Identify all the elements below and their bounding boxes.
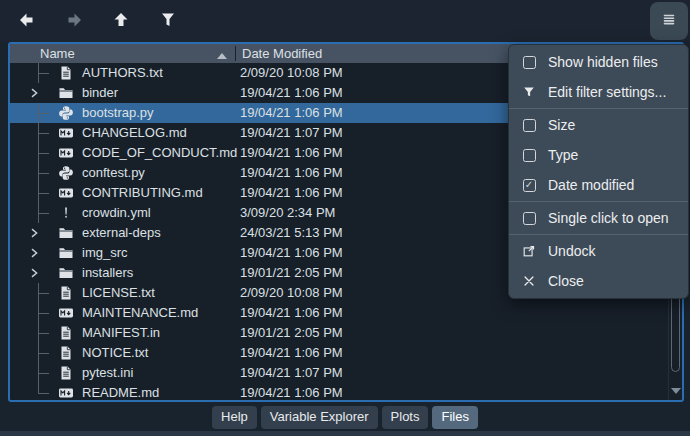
tree-branch-line (10, 183, 50, 203)
file-row[interactable]: README.md19/04/21 1:06 PM (10, 383, 682, 402)
filter-icon (522, 85, 536, 99)
file-row[interactable]: MANIFEST.in19/01/21 2:05 PM (10, 323, 682, 343)
bottom-strip (0, 431, 690, 436)
tree-branch-line (10, 303, 50, 323)
menu-item-size[interactable]: Size (509, 110, 688, 140)
pane-tabbar: HelpVariable ExplorerPlotsFiles (0, 404, 690, 431)
undock-icon (522, 244, 536, 258)
up-arrow-icon (111, 10, 131, 33)
menu-item-undock[interactable]: Undock (509, 236, 688, 266)
back-arrow-icon (17, 10, 37, 33)
expand-chevron-icon[interactable] (26, 245, 42, 261)
hamburger-icon (659, 10, 679, 33)
forward-button[interactable] (61, 8, 87, 34)
menu-item-label: Single click to open (548, 210, 669, 226)
file-date-modified: 19/01/21 2:05 PM (240, 263, 343, 283)
tab-plots[interactable]: Plots (382, 406, 429, 429)
tree-branch-line (10, 143, 50, 163)
menu-item-label: Date modified (548, 177, 634, 193)
file-name: AUTHORS.txt (82, 63, 163, 83)
text-icon (58, 285, 74, 301)
tree-branch-line (10, 163, 50, 183)
options-menu-button[interactable] (650, 2, 688, 40)
file-name: CONTRIBUTING.md (82, 183, 203, 203)
filter-icon (158, 10, 178, 33)
unchecked-checkbox[interactable] (522, 118, 536, 132)
folder-icon (58, 225, 74, 241)
checkbox-box (523, 212, 536, 225)
menu-item-label: Edit filter settings... (548, 84, 666, 100)
file-name: conftest.py (82, 163, 145, 183)
menu-item-show-hidden-files[interactable]: Show hidden files (509, 47, 688, 77)
scrollbar-down-arrow[interactable] (671, 388, 681, 394)
tree-branch-line (10, 343, 50, 363)
menu-item-label: Show hidden files (548, 54, 658, 70)
tree-branch-line (10, 203, 50, 223)
file-name: bootstrap.py (82, 103, 154, 123)
tree-branch-line (10, 283, 50, 303)
tab-variable-explorer[interactable]: Variable Explorer (261, 406, 378, 429)
date-column-label: Date Modified (242, 46, 322, 61)
forward-arrow-icon (64, 10, 84, 33)
file-name: NOTICE.txt (82, 343, 148, 363)
file-date-modified: 19/01/21 2:05 PM (240, 323, 343, 343)
expand-chevron-icon[interactable] (26, 85, 42, 101)
file-name: MAINTENANCE.md (82, 303, 198, 323)
file-date-modified: 19/04/21 1:06 PM (240, 303, 343, 323)
menu-item-type[interactable]: Type (509, 140, 688, 170)
file-date-modified: 19/04/21 1:06 PM (240, 143, 343, 163)
file-name: pytest.ini (82, 363, 133, 383)
menu-separator (509, 108, 688, 109)
filter-button[interactable] (155, 8, 181, 34)
back-button[interactable] (14, 8, 40, 34)
close-icon (522, 274, 536, 288)
menu-item-date-modified[interactable]: ✓Date modified (509, 170, 688, 200)
tree-branch-line (10, 103, 50, 123)
file-name: installers (82, 263, 133, 283)
text-icon (58, 365, 74, 381)
file-date-modified: 19/04/21 1:06 PM (240, 343, 343, 363)
tree-branch-line (10, 323, 50, 343)
file-name: CODE_OF_CONDUCT.md (82, 143, 237, 163)
file-date-modified: 2/09/20 10:08 PM (240, 63, 343, 83)
file-row[interactable]: NOTICE.txt19/04/21 1:06 PM (10, 343, 682, 363)
expand-chevron-icon[interactable] (26, 225, 42, 241)
file-date-modified: 3/09/20 2:34 PM (240, 203, 335, 223)
file-name: crowdin.yml (82, 203, 151, 223)
menu-item-label: Undock (548, 243, 595, 259)
checkbox-box (523, 56, 536, 69)
file-date-modified: 19/04/21 1:06 PM (240, 163, 343, 183)
menu-item-label: Size (548, 117, 575, 133)
python-icon (58, 165, 74, 181)
text-icon (58, 65, 74, 81)
up-button[interactable] (108, 8, 134, 34)
menu-item-edit-filter-settings[interactable]: Edit filter settings... (509, 77, 688, 107)
menu-item-close[interactable]: Close (509, 266, 688, 296)
checkbox-box: ✓ (523, 179, 536, 192)
files-toolbar (0, 0, 690, 42)
expand-chevron-icon[interactable] (26, 265, 42, 281)
tree-branch-line (10, 63, 50, 83)
markdown-icon (58, 385, 74, 401)
menu-item-label: Type (548, 147, 578, 163)
unchecked-checkbox[interactable] (522, 211, 536, 225)
text-icon (58, 345, 74, 361)
text-icon (58, 325, 74, 341)
file-row[interactable]: MAINTENANCE.md19/04/21 1:06 PM (10, 303, 682, 323)
tab-files[interactable]: Files (432, 406, 477, 429)
column-header-name[interactable]: Name (10, 46, 235, 61)
python-icon (58, 105, 74, 121)
file-name: README.md (82, 383, 159, 402)
checkbox-box (523, 119, 536, 132)
checked-checkbox[interactable]: ✓ (522, 178, 536, 192)
menu-item-single-click-to-open[interactable]: Single click to open (509, 203, 688, 233)
unchecked-checkbox[interactable] (522, 148, 536, 162)
tab-help[interactable]: Help (212, 406, 257, 429)
file-name: MANIFEST.in (82, 323, 160, 343)
tree-branch-line (10, 123, 50, 143)
file-name: external-deps (82, 223, 161, 243)
unchecked-checkbox[interactable] (522, 55, 536, 69)
menu-separator (509, 201, 688, 202)
file-date-modified: 19/04/21 1:06 PM (240, 243, 343, 263)
file-row[interactable]: pytest.ini19/04/21 1:07 PM (10, 363, 682, 383)
